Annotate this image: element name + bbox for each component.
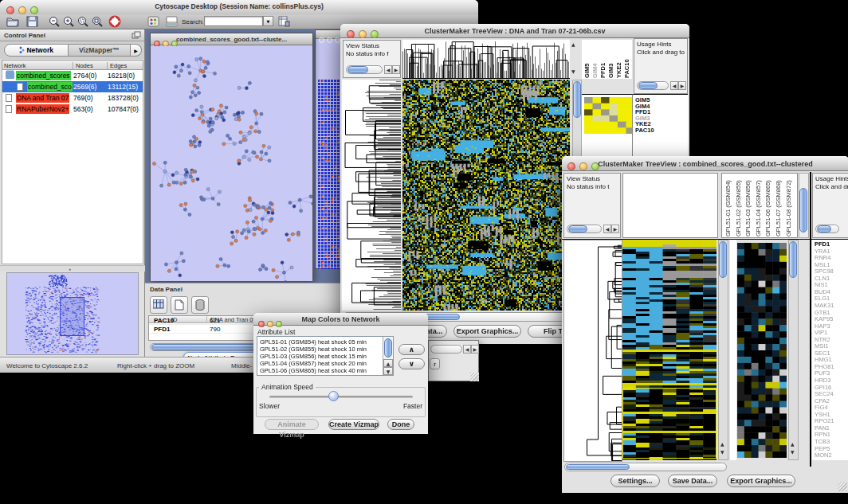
network-table-row[interactable]: RNAPuberNov2+563(0)107847(0) — [2, 104, 143, 115]
attribute-list-vscrollbar[interactable]: ▲ ▼ — [383, 337, 393, 375]
attribute-list-item[interactable]: GPL51-04 (GSM857) heat shock 20 min — [260, 360, 367, 367]
fragment-button[interactable]: r — [430, 358, 440, 369]
search-input[interactable] — [204, 16, 263, 26]
combined-labels-vscrollbar[interactable] — [799, 173, 809, 238]
combined-row-dendrogram[interactable] — [563, 240, 622, 462]
zoom-fit-icon[interactable] — [91, 15, 104, 28]
attribute-list-item[interactable]: GPL51-03 (GSM856) heat shock 15 min — [260, 353, 367, 360]
dna-row-label[interactable]: PAC10 — [635, 127, 654, 134]
scroll-up-icon[interactable]: ▲ — [571, 41, 575, 47]
delete-attribute-icon[interactable] — [191, 296, 209, 314]
dna-column-label[interactable]: PAC10 — [623, 41, 630, 78]
network-view-window-1[interactable]: combined_scores_good.txt--cluste... — [150, 33, 313, 281]
array-column-label[interactable]: GPL51-03 (GSM856) — [744, 173, 752, 236]
new-attribute-button[interactable] — [171, 296, 188, 314]
network-name[interactable]: combined_scores — [16, 71, 71, 80]
combined-usage-hscrollbar[interactable] — [815, 225, 839, 233]
fragment-hscrollbar[interactable] — [430, 345, 462, 354]
dna-column-label[interactable]: GIM5 — [583, 41, 591, 78]
dna-column-label[interactable]: PFD1 — [599, 41, 607, 78]
network-table-row[interactable]: combined_sco2569(6)13112(15) — [2, 81, 143, 92]
attribute-list-item[interactable]: GPL51-07 (GSM868) heat shock 60 min — [260, 374, 367, 376]
array-column-label[interactable]: GPL51-08 (GSM872) — [785, 173, 792, 236]
dna-correlation-matrix[interactable] — [584, 97, 634, 134]
attribute-browser-icon[interactable] — [278, 16, 290, 27]
dna-titlebar[interactable]: ClusterMaker TreeView : DNA and Tran 07-… — [340, 24, 689, 38]
zoom-selected-icon[interactable] — [77, 15, 89, 28]
scroll-right-icon[interactable]: ▶ — [611, 225, 619, 233]
col-header-edges[interactable]: Edges — [107, 62, 127, 69]
network-view-1-canvas[interactable] — [151, 46, 312, 281]
done-button[interactable]: Done — [387, 419, 414, 430]
network-name[interactable]: combined_sco — [27, 82, 73, 92]
cytopanel-south-icon[interactable] — [166, 16, 178, 27]
array-column-label[interactable]: GPL51-04 (GSM857) — [755, 173, 762, 236]
gene-label[interactable]: MON2 — [815, 451, 832, 459]
network-table-row[interactable]: DNA and Tran 07769(0)183728(0) — [2, 92, 143, 104]
export-graphics-button[interactable]: Export Graphics... — [727, 475, 795, 487]
panel-splitter[interactable]: ● — [0, 265, 145, 272]
dna-heatmap[interactable] — [402, 80, 570, 311]
array-column-label[interactable]: GPL51-02 (GSM855) — [735, 173, 742, 236]
move-up-button[interactable]: ∧ — [398, 344, 425, 355]
tab-vizmapper[interactable]: VizMapper™ — [69, 44, 131, 57]
scroll-left-icon[interactable]: ◀ — [670, 81, 678, 90]
dna-column-label[interactable]: GIM3 — [607, 41, 614, 78]
combined-titlebar[interactable]: ClusterMaker TreeView : combined_scores_… — [562, 156, 848, 171]
scroll-right-icon[interactable]: ▶ — [392, 65, 400, 74]
network-table-row[interactable]: combined_scores2764(0)16218(0) — [2, 70, 143, 81]
network-overview[interactable] — [6, 272, 139, 355]
settings-button[interactable]: Settings... — [610, 475, 660, 487]
array-column-label[interactable]: GPL51-01 (GSM854) — [724, 173, 732, 236]
combined-heatmap[interactable] — [622, 240, 716, 460]
dna-usage-hscrollbar[interactable] — [637, 81, 669, 90]
dna-row-dendrogram[interactable] — [342, 80, 401, 311]
combined-status-hscrollbar[interactable] — [567, 225, 602, 233]
scroll-left-icon[interactable]: ◀ — [603, 225, 611, 233]
move-down-button[interactable]: ∨ — [398, 358, 425, 369]
save-data-button[interactable]: Save Data... — [668, 475, 717, 487]
attribute-list[interactable]: GPL51-01 (GSM854) heat shock 05 minGPL51… — [257, 336, 394, 376]
resize-grip[interactable] — [470, 373, 479, 381]
create-vizmap-button[interactable]: Create Vizmap — [328, 419, 379, 430]
attribute-list-item[interactable]: GPL51-06 (GSM865) heat shock 40 min — [260, 367, 367, 374]
zoom-in-icon[interactable] — [62, 15, 75, 28]
array-column-label[interactable]: GPL51-06 (GSM865) — [764, 173, 771, 236]
export-graphics-button[interactable]: Export Graphics... — [453, 325, 521, 338]
attribute-list-item[interactable]: GPL51-02 (GSM855) heat shock 10 min — [260, 346, 367, 353]
speed-slider-thumb[interactable] — [328, 391, 339, 401]
array-column-label[interactable]: GPL51-07 (GSM868) — [775, 173, 782, 236]
zoom-out-icon[interactable] — [48, 15, 61, 28]
attribute-list-item[interactable]: GPL51-01 (GSM854) heat shock 05 min — [260, 338, 367, 346]
network-name[interactable]: DNA and Tran 07 — [16, 93, 69, 103]
col-header-network[interactable]: Network — [4, 62, 26, 69]
network-name[interactable]: RNAPuberNov2+ — [16, 104, 69, 114]
cytopanel-west-icon[interactable] — [147, 16, 159, 27]
search-dropdown-button[interactable]: ▼ — [263, 16, 273, 26]
open-file-icon[interactable] — [6, 16, 20, 27]
dialog-titlebar[interactable]: Map Colors to Network — [253, 313, 428, 326]
combined-heatmap-vscrollbar[interactable]: ▲ ▼ — [718, 240, 728, 460]
scroll-right-icon[interactable]: ▶ — [471, 345, 479, 354]
animate-vizmap-button[interactable]: Animate Vizmap — [265, 419, 319, 430]
help-lifesaver-icon[interactable] — [108, 15, 121, 28]
combined-heatmap-2[interactable] — [737, 243, 787, 458]
save-icon[interactable] — [26, 16, 38, 27]
scroll-left-icon[interactable]: ◀ — [463, 345, 471, 354]
combined-hscrollbar[interactable] — [564, 463, 727, 471]
dna-column-label[interactable]: YKE2 — [615, 41, 622, 78]
tab-network[interactable]: Network — [4, 44, 69, 57]
select-attributes-button[interactable] — [150, 296, 167, 314]
dna-column-dendrogram[interactable] — [402, 40, 570, 79]
col-header-nodes[interactable]: Nodes — [73, 62, 93, 69]
scroll-down-icon[interactable]: ▼ — [571, 68, 575, 74]
scroll-left-icon[interactable]: ◀ — [384, 65, 392, 74]
dna-column-label[interactable]: GIM4 — [591, 41, 599, 78]
speed-slider-track[interactable] — [269, 396, 413, 398]
dna-status-hscrollbar[interactable] — [346, 65, 383, 74]
float-panel-icon[interactable] — [132, 31, 141, 40]
combined-top-dendrogram-area[interactable] — [622, 173, 718, 238]
scroll-right-icon[interactable]: ▶ — [678, 81, 686, 90]
combined-genes-vscrollbar[interactable]: ▲ ▼ — [788, 240, 799, 460]
resize-grip[interactable] — [838, 482, 847, 491]
